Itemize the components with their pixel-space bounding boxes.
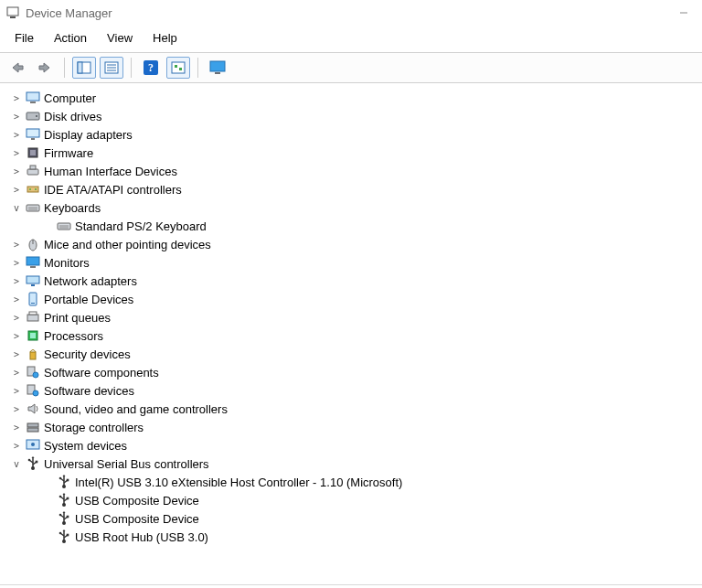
tree-device-std-ps2-keyboard[interactable]: Standard PS/2 Keyboard <box>0 217 702 235</box>
expand-icon[interactable]: > <box>11 166 22 176</box>
properties-button[interactable] <box>100 57 123 79</box>
tree-category-storage-controllers[interactable]: >Storage controllers <box>0 418 702 436</box>
toolbar-separator <box>131 58 132 78</box>
tree-category-software-components[interactable]: >Software components <box>0 363 702 381</box>
tree-device-usb-composite-1[interactable]: USB Composite Device <box>0 491 702 509</box>
tree-category-software-devices[interactable]: >Software devices <box>0 381 702 400</box>
toolbar-separator <box>197 58 198 78</box>
expand-icon[interactable]: > <box>11 386 22 396</box>
tree-category-label: Software components <box>44 366 159 380</box>
menubar: File Action View Help <box>0 26 702 53</box>
tree-device-label: Intel(R) USB 3.10 eXtensible Host Contro… <box>75 476 402 489</box>
svg-point-84 <box>59 532 62 535</box>
svg-rect-11 <box>172 62 185 73</box>
tree-category-label: Display adapters <box>44 128 133 142</box>
forward-button[interactable] <box>33 57 57 79</box>
tree-device-label: USB Root Hub (USB 3.0) <box>75 530 208 544</box>
titlebar: Device Manager <box>0 0 702 26</box>
svg-point-27 <box>29 188 31 190</box>
portable-icon <box>26 292 40 306</box>
tree-device-usb-composite-2[interactable]: USB Composite Device <box>0 509 702 528</box>
expand-icon[interactable]: > <box>11 276 22 286</box>
tree-category-label: Portable Devices <box>44 293 133 306</box>
hid-icon <box>26 164 40 178</box>
expand-icon[interactable]: > <box>11 185 22 195</box>
tree-category-label: Processors <box>44 329 103 343</box>
expand-icon[interactable]: > <box>11 240 22 250</box>
mouse-icon <box>26 237 40 251</box>
scan-hardware-button[interactable] <box>166 57 190 79</box>
svg-rect-37 <box>27 257 39 265</box>
tree-category-label: Sound, video and game controllers <box>44 402 228 416</box>
tree-category-label: Security devices <box>44 347 131 361</box>
tree-category-computer[interactable]: >Computer <box>0 89 702 107</box>
svg-rect-20 <box>27 129 39 137</box>
device-tree[interactable]: >Computer>Disk drives>Display adapters>F… <box>0 83 702 584</box>
collapse-icon[interactable]: v <box>11 459 22 469</box>
expand-icon[interactable]: > <box>11 368 22 378</box>
expand-icon[interactable]: > <box>11 148 22 158</box>
tree-category-hid[interactable]: >Human Interface Devices <box>0 162 702 180</box>
svg-rect-24 <box>27 169 38 175</box>
minimize-button[interactable] <box>671 4 697 22</box>
tree-category-security-devices[interactable]: >Security devices <box>0 345 702 363</box>
back-button[interactable] <box>5 57 29 79</box>
printer-icon <box>26 310 40 325</box>
tree-category-network-adapters[interactable]: >Network adapters <box>0 272 702 290</box>
security-icon <box>26 347 40 361</box>
expand-icon[interactable]: > <box>11 294 22 305</box>
tree-category-label: Mice and other pointing devices <box>44 238 211 251</box>
tree-category-portable-devices[interactable]: >Portable Devices <box>0 290 702 308</box>
expand-icon[interactable]: > <box>11 404 22 414</box>
expand-icon[interactable]: > <box>11 331 22 341</box>
show-hide-tree-button[interactable] <box>72 57 96 79</box>
tree-category-ide-atapi[interactable]: >IDE ATA/ATAPI controllers <box>0 180 702 198</box>
expand-icon[interactable]: > <box>11 93 22 103</box>
collapse-icon[interactable]: v <box>11 203 22 213</box>
expand-icon[interactable]: > <box>11 349 22 359</box>
ide-icon <box>26 182 40 197</box>
tree-category-firmware[interactable]: >Firmware <box>0 144 702 162</box>
tree-category-display-adapters[interactable]: >Display adapters <box>0 125 702 144</box>
tree-category-usb[interactable]: vUniversal Serial Bus controllers <box>0 454 702 473</box>
speaker-icon <box>26 401 40 416</box>
svg-rect-53 <box>27 428 38 432</box>
display-icon <box>26 127 40 142</box>
usb-icon <box>57 511 71 526</box>
menu-help[interactable]: Help <box>144 29 186 47</box>
tree-category-label: Firmware <box>44 146 93 160</box>
expand-icon[interactable]: > <box>11 258 22 268</box>
expand-icon[interactable]: > <box>11 130 22 140</box>
tree-device-usb-3-host[interactable]: Intel(R) USB 3.10 eXtensible Host Contro… <box>0 473 702 491</box>
tree-category-label: Keyboards <box>44 201 101 215</box>
expand-icon[interactable]: > <box>11 112 22 122</box>
usb-icon <box>57 493 71 508</box>
tree-category-sound[interactable]: >Sound, video and game controllers <box>0 400 702 418</box>
toolbar: ? <box>0 53 702 83</box>
tree-category-keyboards[interactable]: vKeyboards <box>0 198 702 217</box>
tree-category-processors[interactable]: >Processors <box>0 326 702 345</box>
menu-action[interactable]: Action <box>45 29 96 47</box>
menu-file[interactable]: File <box>5 29 43 47</box>
expand-icon[interactable]: > <box>11 441 22 451</box>
svg-rect-40 <box>31 284 35 286</box>
tree-category-label: Print queues <box>44 311 111 325</box>
tree-category-system-devices[interactable]: >System devices <box>0 436 702 454</box>
tree-device-usb-root-hub[interactable]: USB Root Hub (USB 3.0) <box>0 528 702 546</box>
svg-rect-0 <box>7 7 18 16</box>
svg-point-19 <box>36 115 37 117</box>
tree-category-monitors[interactable]: >Monitors <box>0 253 702 272</box>
tree-category-mice[interactable]: >Mice and other pointing devices <box>0 235 702 253</box>
tree-category-disk-drives[interactable]: >Disk drives <box>0 107 702 125</box>
disk-icon <box>26 109 40 123</box>
svg-rect-12 <box>175 65 177 68</box>
svg-rect-38 <box>30 266 36 268</box>
expand-icon[interactable]: > <box>11 313 22 323</box>
tree-category-print-queues[interactable]: >Print queues <box>0 308 702 326</box>
svg-point-66 <box>59 477 62 480</box>
expand-icon[interactable]: > <box>11 422 22 433</box>
help-button[interactable]: ? <box>139 57 163 79</box>
monitor-button[interactable] <box>206 57 229 79</box>
svg-rect-17 <box>30 102 36 103</box>
menu-view[interactable]: View <box>98 29 142 47</box>
